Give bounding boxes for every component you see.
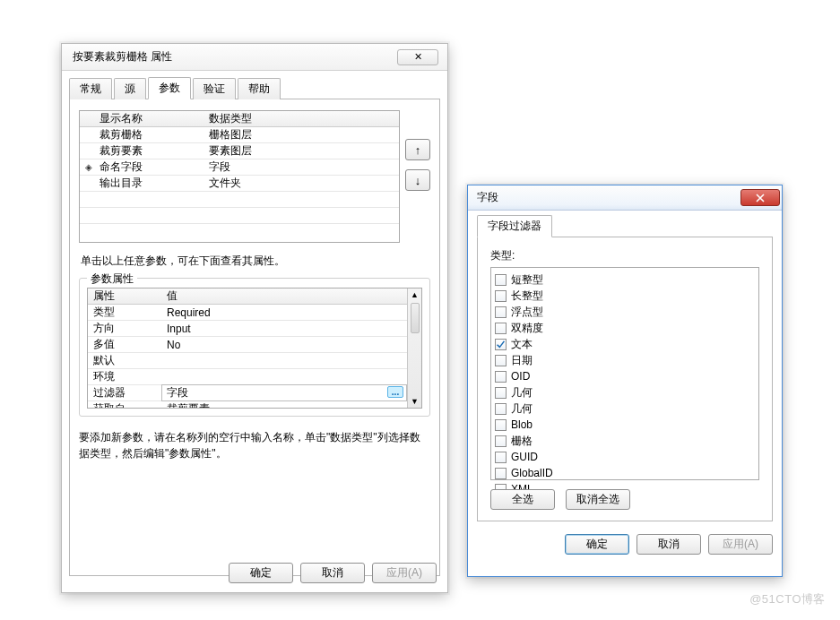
checkbox[interactable] (495, 323, 507, 334)
parameters-table[interactable]: 显示名称 数据类型 裁剪栅格 栅格图层 裁剪要素 要素图层 ◈ (79, 110, 400, 243)
param-row[interactable]: 裁剪要素 要素图层 (80, 143, 399, 159)
deselect-all-button[interactable]: 取消全选 (566, 489, 630, 510)
attr-row[interactable]: 多值 No (88, 337, 407, 353)
close-button[interactable] (740, 189, 780, 206)
properties-buttons: 确定 取消 应用(A) (229, 563, 437, 583)
cancel-button[interactable]: 取消 (300, 563, 365, 583)
scroll-up-icon[interactable]: ▲ (408, 288, 421, 301)
arrow-up-icon: ↑ (415, 143, 421, 157)
scroll-down-icon[interactable]: ▼ (408, 395, 421, 408)
checkbox[interactable] (495, 468, 507, 479)
attribute-table[interactable]: 属性 值 类型 Required 方向 Input 多值 (87, 288, 422, 409)
properties-title: 按要素裁剪栅格 属性 (71, 49, 397, 65)
tab-source[interactable]: 源 (114, 78, 146, 99)
type-item[interactable]: 几何 (495, 384, 755, 400)
type-item[interactable]: GlobalID (495, 465, 755, 481)
checkbox[interactable] (495, 274, 507, 286)
close-icon (756, 194, 765, 202)
type-item[interactable]: 浮点型 (495, 304, 755, 320)
type-item[interactable]: 文本 (495, 336, 755, 352)
attr-header-prop: 属性 (88, 288, 161, 304)
tab-validate[interactable]: 验证 (193, 78, 236, 99)
param-row[interactable] (80, 208, 399, 224)
ellipsis-button[interactable]: ... (387, 386, 403, 398)
watermark: @51CTO博客 (749, 591, 826, 607)
type-list: 短整型 长整型 浮点型 双精度 文本 日期 OID 几何 几何 Blob 栅格 … (490, 267, 759, 480)
checkbox[interactable] (495, 387, 507, 399)
properties-titlebar[interactable]: 按要素裁剪栅格 属性 ✕ (62, 44, 447, 71)
move-up-button[interactable]: ↑ (405, 139, 430, 160)
type-item[interactable]: 短整型 (495, 271, 755, 288)
filter-panel: 类型: 短整型 长整型 浮点型 双精度 文本 日期 OID 几何 几何 Blob… (477, 237, 773, 521)
attr-row[interactable]: 类型 Required (88, 305, 407, 321)
type-item[interactable]: 日期 (495, 352, 755, 368)
checkbox[interactable] (495, 419, 507, 431)
arrow-down-icon: ↓ (415, 174, 421, 187)
type-item[interactable]: 几何 (495, 400, 755, 417)
checkbox[interactable] (495, 339, 507, 350)
param-row[interactable]: 裁剪栅格 栅格图层 (80, 127, 399, 143)
attr-scrollbar[interactable]: ▲ ▼ (407, 288, 421, 408)
checkbox[interactable] (495, 371, 507, 383)
tab-field-filter[interactable]: 字段过滤器 (477, 215, 552, 237)
attribute-group-title: 参数属性 (87, 271, 137, 287)
apply-button[interactable]: 应用(A) (372, 563, 437, 583)
scroll-thumb[interactable] (411, 303, 420, 333)
cancel-button[interactable]: 取消 (636, 534, 701, 555)
param-row[interactable] (80, 192, 399, 208)
close-icon: ✕ (414, 51, 422, 63)
properties-body: 常规 源 参数 验证 帮助 显示名称 数据类型 裁剪栅格 栅格图层 (62, 71, 447, 583)
checkbox[interactable] (495, 290, 507, 302)
type-item[interactable]: GUID (495, 449, 755, 465)
type-item[interactable]: 栅格 (495, 433, 755, 449)
move-down-button[interactable]: ↓ (405, 169, 430, 191)
field-title: 字段 (477, 190, 740, 205)
type-item[interactable]: Blob (495, 417, 755, 433)
properties-dialog: 按要素裁剪栅格 属性 ✕ 常规 源 参数 验证 帮助 显示名称 数据类型 (61, 43, 448, 593)
type-label: 类型: (490, 248, 759, 263)
attr-row[interactable]: 环境 (88, 369, 407, 385)
checkbox[interactable] (495, 355, 507, 366)
param-header-type: 数据类型 (207, 111, 399, 126)
attr-row[interactable]: 获取自 裁剪要素 (88, 401, 407, 408)
checkbox[interactable] (495, 306, 507, 318)
apply-button[interactable]: 应用(A) (708, 534, 773, 555)
attr-filter-value: 字段 (167, 386, 188, 399)
param-row[interactable]: 输出目录 文件夹 (80, 176, 399, 192)
attr-row[interactable]: 方向 Input (88, 321, 407, 337)
select-all-button[interactable]: 全选 (490, 489, 555, 510)
param-row[interactable]: ◈ 命名字段 字段 (80, 159, 399, 176)
field-dialog: 字段 字段过滤器 类型: 短整型 长整型 浮点型 双精度 文本 日期 OID 几… (467, 185, 783, 577)
attr-row[interactable]: 默认 (88, 353, 407, 369)
parameters-hint: 单击以上任意参数，可在下面查看其属性。 (81, 254, 429, 269)
parameters-panel: 显示名称 数据类型 裁剪栅格 栅格图层 裁剪要素 要素图层 ◈ (69, 99, 440, 576)
checkbox[interactable] (495, 403, 507, 415)
filter-tabs: 字段过滤器 (477, 216, 773, 237)
close-button[interactable]: ✕ (397, 49, 438, 65)
attr-header-val: 值 (161, 288, 407, 304)
attr-header-row: 属性 值 (88, 288, 407, 305)
param-header-row: 显示名称 数据类型 (80, 111, 399, 127)
checkbox[interactable] (495, 452, 507, 463)
tab-help[interactable]: 帮助 (238, 78, 281, 99)
tab-general[interactable]: 常规 (69, 78, 112, 99)
param-header-name: 显示名称 (98, 111, 207, 126)
type-item[interactable]: OID (495, 368, 755, 384)
properties-tabs: 常规 源 参数 验证 帮助 (69, 78, 440, 99)
param-row[interactable] (80, 224, 399, 240)
checkbox[interactable] (495, 435, 507, 447)
field-titlebar[interactable]: 字段 (468, 185, 782, 211)
type-item[interactable]: 双精度 (495, 320, 755, 336)
type-item[interactable]: 长整型 (495, 288, 755, 304)
ok-button[interactable]: 确定 (229, 563, 293, 583)
ok-button[interactable]: 确定 (565, 534, 629, 555)
attribute-group: 参数属性 属性 值 类型 Required 方向 Input (79, 278, 430, 417)
tab-parameters[interactable]: 参数 (148, 77, 191, 99)
attr-row[interactable]: 过滤器 字段 ... (88, 385, 407, 401)
help-text: 要添加新参数，请在名称列的空行中输入名称，单击"数据类型"列选择数据类型，然后编… (79, 429, 430, 461)
field-body: 字段过滤器 类型: 短整型 长整型 浮点型 双精度 文本 日期 OID 几何 几… (468, 211, 782, 562)
